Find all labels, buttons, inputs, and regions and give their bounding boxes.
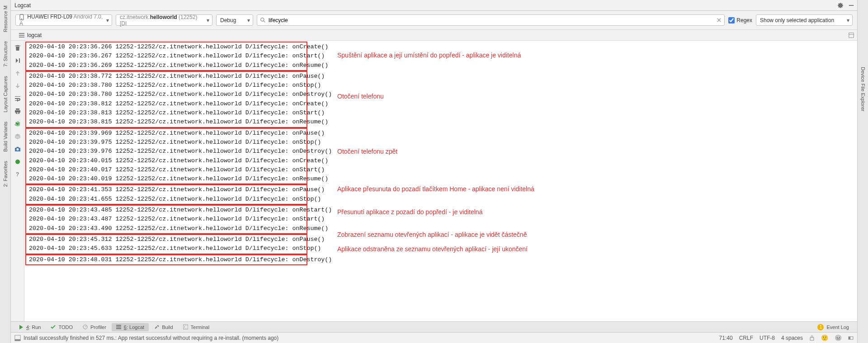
filter-search[interactable] [257,14,725,26]
inspections-neutral-icon[interactable]: 😐 [835,334,842,341]
regex-toggle[interactable]: Regex [728,17,752,23]
file-encoding[interactable]: UTF-8 [760,335,775,341]
svg-rect-9 [19,37,24,38]
tab-todo[interactable]: TODO [46,323,77,331]
minimize-icon[interactable] [848,2,854,9]
log-group: 2020-04-10 20:23:36.266 12252-12252/cz.i… [25,42,307,71]
device-select[interactable]: HUAWEI FRD-L09 Android 7.0, A ▾ [15,14,112,26]
svg-text:?: ? [16,171,19,178]
svg-rect-22 [810,338,814,340]
log-level-select[interactable]: Debug ▾ [216,14,253,26]
log-line[interactable]: 2020-04-10 20:23:40.019 12252-12252/cz.i… [26,174,307,183]
tab-logcat[interactable]: logcat [17,32,43,38]
layers-icon[interactable] [14,133,21,140]
rail-build-variants[interactable]: Build Variants [2,118,9,155]
process-pkg-name: helloworld [150,14,177,20]
log-line[interactable]: 2020-04-10 20:23:36.267 12252-12252/cz.i… [26,52,307,61]
annotation: Aplikace odstraněna ze seznamu otevřenýc… [337,245,528,253]
log-canvas[interactable]: 2020-04-10 20:23:36.266 12252-12252/cz.i… [24,41,857,321]
log-line[interactable]: 2020-04-10 20:23:38.780 12252-12252/cz.i… [26,90,307,99]
log-line[interactable]: 2020-04-10 20:23:39.976 12252-12252/cz.i… [26,147,307,156]
record-icon[interactable] [14,158,21,165]
log-line[interactable]: 2020-04-10 20:23:39.975 12252-12252/cz.i… [26,138,307,147]
indent-setting[interactable]: 4 spaces [781,335,803,341]
rail-structure[interactable]: 7: Structure [2,38,9,70]
left-tool-rail: Resource M 7: Structure Layout Captures … [0,0,11,343]
svg-line-15 [85,326,87,327]
filter-search-input[interactable] [269,15,714,25]
log-body: ? 2020-04-10 20:23:36.266 12252-12252/cz… [11,41,857,321]
print-icon[interactable] [14,108,21,115]
lock-icon[interactable] [809,335,815,341]
svg-rect-21 [15,339,20,341]
rail-layout-captures[interactable]: Layout Captures [2,72,9,116]
log-gutter: ? [11,41,24,321]
svg-line-4 [264,21,265,22]
log-line[interactable]: 2020-04-10 20:23:48.031 12252-12252/cz.i… [26,255,307,264]
log-line[interactable]: 2020-04-10 20:23:43.487 12252-12252/cz.i… [26,215,307,224]
log-line[interactable]: 2020-04-10 20:23:43.490 12252-12252/cz.i… [26,224,307,233]
tab-label: logcat [27,32,42,38]
log-line[interactable]: 2020-04-10 20:23:38.812 12252-12252/cz.i… [26,99,307,108]
line-separator[interactable]: CRLF [739,335,753,341]
tab-logcat-bottom[interactable]: 6: Logcat [112,323,149,331]
bars-icon [19,33,24,38]
tab-terminal[interactable]: Terminal [179,323,214,331]
tab-run[interactable]: 4: 4: RunRun [14,323,45,331]
regex-checkbox[interactable] [728,17,735,23]
restart-icon[interactable] [14,120,21,127]
status-message: Install successfully finished in 527 ms.… [24,335,278,341]
arrow-up-icon[interactable] [14,70,21,77]
rail-resource-manager[interactable]: Resource M [2,2,9,36]
chevron-down-icon: ▾ [207,17,209,23]
log-group: 2020-04-10 20:23:39.969 12252-12252/cz.i… [25,128,307,185]
log-line[interactable]: 2020-04-10 20:23:36.269 12252-12252/cz.i… [26,61,307,70]
log-line[interactable]: 2020-04-10 20:23:40.015 12252-12252/cz.i… [26,156,307,165]
log-group: 2020-04-10 20:23:48.031 12252-12252/cz.i… [25,254,307,265]
log-line[interactable]: 2020-04-10 20:23:45.312 12252-12252/cz.i… [26,235,307,244]
wrap-icon[interactable] [14,95,21,102]
log-line[interactable]: 2020-04-10 20:23:38.815 12252-12252/cz.i… [26,117,307,127]
svg-rect-24 [849,337,850,339]
tab-profiler[interactable]: Profiler [78,323,111,331]
status-toggle-icon[interactable] [14,335,21,341]
annotation: Spuštění aplikace a její umístění do pop… [337,52,521,59]
memory-indicator-icon[interactable] [848,335,854,341]
log-line[interactable]: 2020-04-10 20:23:38.813 12252-12252/cz.i… [26,108,307,117]
arrow-down-icon[interactable] [14,82,21,89]
camera-icon[interactable] [14,146,21,153]
tab-event-log[interactable]: 1Event Log [813,323,854,332]
caret-position[interactable]: 71:40 [719,335,733,341]
log-line[interactable]: 2020-04-10 20:23:45.633 12252-12252/cz.i… [26,244,307,253]
process-pkg-prefix: cz.itnetwork. [120,14,150,20]
tab-build[interactable]: Build [150,323,177,331]
rail-device-file-explorer[interactable]: Device File Explorer [859,63,867,115]
chevron-down-icon: ▾ [247,17,250,23]
log-line[interactable]: 2020-04-10 20:23:36.266 12252-12252/cz.i… [26,42,307,52]
inspections-happy-icon[interactable]: 🙂 [821,334,828,341]
regex-label: Regex [736,17,752,23]
filter-scope-select[interactable]: Show only selected application ▾ [756,14,853,26]
log-line[interactable]: 2020-04-10 20:23:39.969 12252-12252/cz.i… [26,129,307,138]
log-line[interactable]: 2020-04-10 20:23:43.485 12252-12252/cz.i… [26,206,307,215]
log-line[interactable]: 2020-04-10 20:23:40.017 12252-12252/cz.i… [26,165,307,174]
svg-rect-8 [19,35,24,36]
process-select[interactable]: cz.itnetwork.helloworld (12252) [DI ▾ [116,14,212,26]
scroll-end-icon[interactable] [14,57,21,64]
help-icon[interactable]: ? [14,171,21,178]
gear-icon[interactable] [837,2,844,9]
rail-favorites[interactable]: 2: Favorites [2,157,9,190]
panel-title: Logcat [14,2,31,9]
svg-rect-17 [116,327,121,328]
clear-icon[interactable] [717,18,722,23]
log-line[interactable]: 2020-04-10 20:23:38.780 12252-12252/cz.i… [26,81,307,90]
trash-icon[interactable] [14,44,21,52]
bottom-toolbar: 4: 4: RunRun TODO Profiler 6: Logcat Bui… [11,321,857,332]
tab-settings-icon[interactable] [848,32,854,38]
log-line[interactable]: 2020-04-10 20:23:38.772 12252-12252/cz.i… [26,72,307,81]
log-line[interactable]: 2020-04-10 20:23:41.353 12252-12252/cz.i… [26,185,307,194]
filter-scope-value: Show only selected application [760,17,834,23]
svg-rect-18 [116,328,121,329]
bars-icon [116,324,121,329]
log-line[interactable]: 2020-04-10 20:23:41.655 12252-12252/cz.i… [26,195,307,204]
